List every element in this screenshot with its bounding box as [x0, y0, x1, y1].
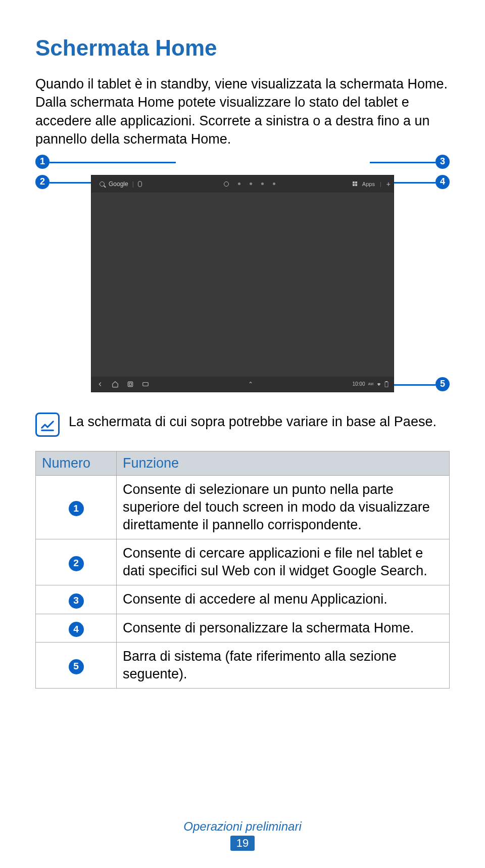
- note-row: La schermata di cui sopra potrebbe varia…: [35, 413, 450, 437]
- note-icon: [35, 413, 60, 437]
- row-func: Consente di cercare applicazioni e file …: [117, 539, 450, 585]
- intro-paragraph: Quando il tablet è in standby, viene vis…: [35, 75, 450, 149]
- function-table: Numero Funzione 1 Consente di selezionar…: [35, 451, 450, 689]
- callout-5-line: [394, 384, 435, 386]
- back-icon: [96, 381, 104, 388]
- status-area: 10:00 AM: [352, 381, 389, 387]
- recent-icon: [127, 381, 134, 388]
- callout-1: 1: [35, 155, 50, 169]
- page-footer: Operazioni preliminari 19: [0, 819, 485, 851]
- dot: [273, 182, 275, 185]
- row-num: 2: [69, 556, 84, 571]
- callout-1-label: 1: [40, 156, 45, 167]
- footer-page-number: 19: [230, 836, 255, 851]
- nav-icons: [96, 381, 149, 388]
- dot: [261, 182, 264, 185]
- svg-rect-1: [129, 383, 132, 385]
- row-num: 5: [69, 659, 84, 674]
- tablet-screenshot: Google | Apps | +: [91, 175, 394, 392]
- svg-rect-4: [386, 381, 387, 382]
- tablet-systembar: ⌃ 10:00 AM: [91, 377, 394, 392]
- expand-icon: ⌃: [248, 381, 253, 388]
- table-row: 5 Barra di sistema (fate riferimento all…: [36, 642, 450, 688]
- apps-area: Apps | +: [353, 180, 391, 188]
- apps-label: Apps: [362, 181, 375, 187]
- search-label: Google: [109, 180, 128, 188]
- table-row: 4 Consente di personalizzare la schermat…: [36, 614, 450, 642]
- apps-grid-icon: [353, 181, 357, 186]
- table-row: 3 Consente di accedere al menu Applicazi…: [36, 585, 450, 614]
- callout-1-line: [50, 162, 176, 163]
- tablet-topbar: Google | Apps | +: [91, 175, 394, 193]
- callout-3-label: 3: [440, 156, 445, 167]
- table-row: 1 Consente di selezionare un punto nella…: [36, 475, 450, 539]
- row-func: Consente di personalizzare la schermata …: [117, 614, 450, 642]
- page-title: Schermata Home: [35, 35, 450, 61]
- microphone-icon: [138, 181, 142, 187]
- dot: [250, 182, 252, 185]
- svg-rect-0: [128, 382, 132, 386]
- callout-4: 4: [435, 175, 450, 189]
- callout-4-line: [394, 182, 435, 184]
- callout-5-label: 5: [440, 379, 445, 389]
- dot: [238, 182, 240, 185]
- th-funzione: Funzione: [117, 451, 450, 475]
- svg-rect-2: [143, 382, 149, 386]
- battery-icon: [384, 381, 389, 387]
- th-numero: Numero: [36, 451, 117, 475]
- row-num: 4: [69, 622, 84, 637]
- callout-5: 5: [435, 377, 450, 391]
- google-search-widget: Google |: [94, 177, 147, 191]
- callout-2: 2: [35, 175, 50, 189]
- row-num: 3: [69, 593, 84, 609]
- home-screen-figure: 1 2 3 4 5 Goog: [35, 155, 450, 397]
- note-text: La schermata di cui sopra potrebbe varia…: [69, 413, 437, 431]
- row-func: Consente di selezionare un punto nella p…: [117, 475, 450, 539]
- footer-section: Operazioni preliminari: [0, 819, 485, 834]
- panel-indicator: [224, 181, 275, 187]
- search-icon: [100, 181, 105, 187]
- svg-rect-3: [385, 382, 388, 387]
- capture-icon: [142, 381, 149, 388]
- row-func: Barra di sistema (fate riferimento alla …: [117, 642, 450, 688]
- home-icon: [112, 381, 119, 388]
- table-row: 2 Consente di cercare applicazioni e fil…: [36, 539, 450, 585]
- row-func: Consente di accedere al menu Applicazion…: [117, 585, 450, 614]
- callout-2-label: 2: [40, 176, 45, 187]
- row-num: 1: [69, 501, 84, 516]
- clock-time: 10:00: [352, 381, 365, 387]
- wifi-icon: [376, 382, 381, 387]
- plus-icon: +: [386, 180, 391, 188]
- dot-active: [224, 181, 229, 187]
- callout-3-line: [370, 162, 435, 163]
- clock-ampm: AM: [368, 382, 374, 386]
- callout-3: 3: [435, 155, 450, 169]
- callout-4-label: 4: [440, 176, 445, 187]
- callout-2-line: [50, 182, 91, 184]
